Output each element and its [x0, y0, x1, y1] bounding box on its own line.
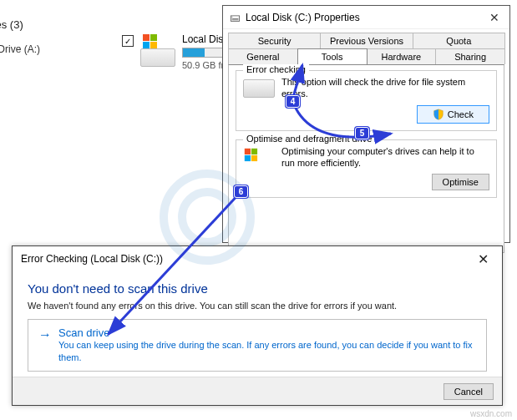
drive-a-label[interactable]: k Drive (A:): [0, 43, 40, 55]
dialog-title-text: Error Checking (Local Disk (C:)): [21, 253, 163, 265]
tab-hardware[interactable]: Hardware: [367, 48, 437, 64]
disk-icon: 🖴: [230, 11, 241, 23]
defrag-desc: Optimising your computer's drives can he…: [281, 145, 489, 170]
tab-quota[interactable]: Quota: [413, 33, 505, 48]
error-checking-group: Error checking This option will check th…: [236, 70, 497, 131]
dialog-titlebar[interactable]: Error Checking (Local Disk (C:)) ✕: [13, 246, 502, 271]
properties-title-text: Local Disk (C:) Properties: [246, 12, 360, 23]
optimise-button[interactable]: Optimise: [432, 174, 489, 190]
properties-titlebar[interactable]: 🖴 Local Disk (C:) Properties ✕: [223, 6, 509, 29]
shield-icon: [433, 109, 444, 120]
cancel-button-label: Cancel: [454, 387, 483, 397]
defrag-group: Optimise and defragment drive Optimising…: [236, 139, 497, 199]
drive-icon: [140, 33, 175, 68]
error-checking-title: Error checking: [243, 64, 309, 74]
step-marker-5: 5: [355, 127, 369, 139]
drives-group-header: ves (3): [0, 18, 23, 31]
tab-sharing[interactable]: Sharing: [435, 48, 505, 64]
error-checking-desc: This option will check the drive for fil…: [281, 76, 489, 100]
error-checking-dialog: Error Checking (Local Disk (C:)) ✕ You d…: [12, 245, 503, 406]
tab-general[interactable]: General: [228, 48, 298, 64]
step-marker-6: 6: [234, 185, 248, 198]
arrow-right-icon: →: [38, 328, 52, 342]
optimise-button-label: Optimise: [443, 177, 479, 187]
tab-tools[interactable]: Tools: [297, 48, 367, 64]
disk-small-icon: [243, 79, 275, 98]
dialog-headline: You don't need to scan this drive: [28, 281, 487, 296]
dialog-footer: Cancel: [13, 377, 502, 405]
dialog-subtext: We haven't found any errors on this driv…: [28, 301, 487, 311]
step-marker-4: 4: [286, 95, 300, 108]
watermark-text: wsxdn.com: [470, 409, 512, 418]
check-button-label: Check: [448, 109, 474, 119]
tab-previous-versions[interactable]: Previous Versions: [320, 33, 413, 48]
tab-security[interactable]: Security: [228, 33, 321, 48]
tools-panel: Error checking This option will check th…: [228, 64, 504, 253]
close-icon[interactable]: ✕: [486, 11, 503, 24]
scan-drive-option[interactable]: → Scan drive You can keep using the driv…: [28, 319, 487, 372]
tabs: Security Previous Versions Quota General…: [223, 29, 509, 64]
scan-drive-desc: You can keep using the drive during the …: [58, 339, 476, 364]
check-button[interactable]: Check: [417, 105, 489, 124]
explorer-fragment: ves (3) k Drive (A:) ✓ Local Dis 50.9 GB…: [0, 0, 226, 242]
checkbox-icon[interactable]: ✓: [122, 35, 134, 47]
scan-drive-title: Scan drive: [58, 326, 476, 339]
properties-window: 🖴 Local Disk (C:) Properties ✕ Security …: [222, 5, 510, 243]
defrag-icon: [243, 147, 275, 164]
close-icon[interactable]: ✕: [473, 251, 494, 267]
cancel-button[interactable]: Cancel: [444, 383, 494, 400]
